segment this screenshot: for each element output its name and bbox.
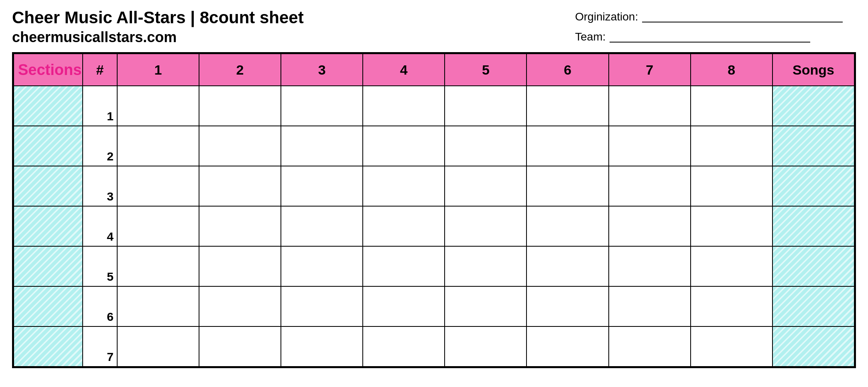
- org-label: Orginization:: [575, 10, 638, 23]
- cell-sections-3: [14, 166, 83, 206]
- cell-count-6-5[interactable]: [445, 286, 526, 326]
- cell-count-2-3[interactable]: [281, 126, 363, 166]
- cell-num-1: 1: [83, 86, 117, 126]
- col-header-6: 6: [526, 54, 608, 86]
- cell-count-6-6[interactable]: [526, 286, 608, 326]
- cell-count-2-6[interactable]: [526, 126, 608, 166]
- cell-count-7-5[interactable]: [445, 326, 526, 367]
- col-header-songs: Songs: [772, 54, 854, 86]
- cell-count-2-8[interactable]: [691, 126, 772, 166]
- org-row: Orginization:: [575, 10, 856, 23]
- cell-count-2-2[interactable]: [199, 126, 281, 166]
- cell-count-7-8[interactable]: [691, 326, 772, 367]
- cell-count-2-5[interactable]: [445, 126, 526, 166]
- cell-count-1-6[interactable]: [526, 86, 608, 126]
- cell-count-7-6[interactable]: [526, 326, 608, 367]
- cell-count-5-5[interactable]: [445, 246, 526, 286]
- cell-num-5: 5: [83, 246, 117, 286]
- cell-count-4-4[interactable]: [363, 206, 445, 246]
- cell-count-5-3[interactable]: [281, 246, 363, 286]
- cell-count-2-7[interactable]: [609, 126, 691, 166]
- cell-count-5-2[interactable]: [199, 246, 281, 286]
- col-header-3: 3: [281, 54, 363, 86]
- cell-count-3-1[interactable]: [117, 166, 199, 206]
- team-row: Team:: [575, 30, 856, 43]
- cell-count-3-3[interactable]: [281, 166, 363, 206]
- cell-count-4-2[interactable]: [199, 206, 281, 246]
- table-row: 1: [14, 86, 854, 126]
- cell-count-6-1[interactable]: [117, 286, 199, 326]
- cell-count-3-4[interactable]: [363, 166, 445, 206]
- cell-count-3-2[interactable]: [199, 166, 281, 206]
- cell-sections-4: [14, 206, 83, 246]
- form-fields: Orginization: Team:: [575, 8, 856, 43]
- cell-sections-2: [14, 126, 83, 166]
- cell-num-4: 4: [83, 206, 117, 246]
- cell-count-5-7[interactable]: [609, 246, 691, 286]
- org-input[interactable]: [642, 11, 843, 22]
- cell-sections-5: [14, 246, 83, 286]
- cell-count-4-7[interactable]: [609, 206, 691, 246]
- sheet-table-container: Sections # 1 2 3 4 5 6 7 8 Songs 1234567: [12, 52, 856, 368]
- table-row: 2: [14, 126, 854, 166]
- cell-count-6-3[interactable]: [281, 286, 363, 326]
- subtitle: cheermusicallstars.com: [12, 29, 304, 46]
- cell-sections-1: [14, 86, 83, 126]
- table-row: 4: [14, 206, 854, 246]
- col-header-8: 8: [691, 54, 772, 86]
- header-area: Cheer Music All-Stars | 8count sheet che…: [12, 8, 856, 46]
- cell-count-4-8[interactable]: [691, 206, 772, 246]
- cell-count-4-6[interactable]: [526, 206, 608, 246]
- title-block: Cheer Music All-Stars | 8count sheet che…: [12, 8, 304, 46]
- table-row: 5: [14, 246, 854, 286]
- cell-count-1-3[interactable]: [281, 86, 363, 126]
- cell-count-5-1[interactable]: [117, 246, 199, 286]
- cell-count-4-3[interactable]: [281, 206, 363, 246]
- table-row: 7: [14, 326, 854, 367]
- cell-count-2-1[interactable]: [117, 126, 199, 166]
- cell-count-3-7[interactable]: [609, 166, 691, 206]
- cell-count-4-5[interactable]: [445, 206, 526, 246]
- cell-count-1-4[interactable]: [363, 86, 445, 126]
- header-row: Sections # 1 2 3 4 5 6 7 8 Songs: [14, 54, 854, 86]
- cell-count-7-2[interactable]: [199, 326, 281, 367]
- cell-count-7-1[interactable]: [117, 326, 199, 367]
- cell-count-6-7[interactable]: [609, 286, 691, 326]
- cell-songs-6: [772, 286, 854, 326]
- cell-count-1-7[interactable]: [609, 86, 691, 126]
- col-header-num: #: [83, 54, 117, 86]
- sheet-table: Sections # 1 2 3 4 5 6 7 8 Songs 1234567: [13, 53, 855, 367]
- cell-count-1-2[interactable]: [199, 86, 281, 126]
- cell-count-1-5[interactable]: [445, 86, 526, 126]
- col-header-5: 5: [445, 54, 526, 86]
- cell-songs-7: [772, 326, 854, 367]
- cell-count-7-7[interactable]: [609, 326, 691, 367]
- cell-count-5-6[interactable]: [526, 246, 608, 286]
- cell-count-6-8[interactable]: [691, 286, 772, 326]
- cell-num-7: 7: [83, 326, 117, 367]
- cell-songs-4: [772, 206, 854, 246]
- cell-count-5-4[interactable]: [363, 246, 445, 286]
- cell-num-6: 6: [83, 286, 117, 326]
- cell-count-1-8[interactable]: [691, 86, 772, 126]
- team-input[interactable]: [610, 31, 810, 43]
- col-header-1: 1: [117, 54, 199, 86]
- col-header-7: 7: [609, 54, 691, 86]
- cell-count-3-6[interactable]: [526, 166, 608, 206]
- cell-count-6-2[interactable]: [199, 286, 281, 326]
- cell-count-5-8[interactable]: [691, 246, 772, 286]
- cell-count-2-4[interactable]: [363, 126, 445, 166]
- table-row: 6: [14, 286, 854, 326]
- cell-count-1-1[interactable]: [117, 86, 199, 126]
- cell-count-7-3[interactable]: [281, 326, 363, 367]
- cell-count-4-1[interactable]: [117, 206, 199, 246]
- cell-sections-6: [14, 286, 83, 326]
- cell-num-2: 2: [83, 126, 117, 166]
- cell-songs-5: [772, 246, 854, 286]
- col-header-4: 4: [363, 54, 445, 86]
- cell-count-6-4[interactable]: [363, 286, 445, 326]
- cell-count-3-5[interactable]: [445, 166, 526, 206]
- cell-songs-1: [772, 86, 854, 126]
- cell-count-3-8[interactable]: [691, 166, 772, 206]
- cell-count-7-4[interactable]: [363, 326, 445, 367]
